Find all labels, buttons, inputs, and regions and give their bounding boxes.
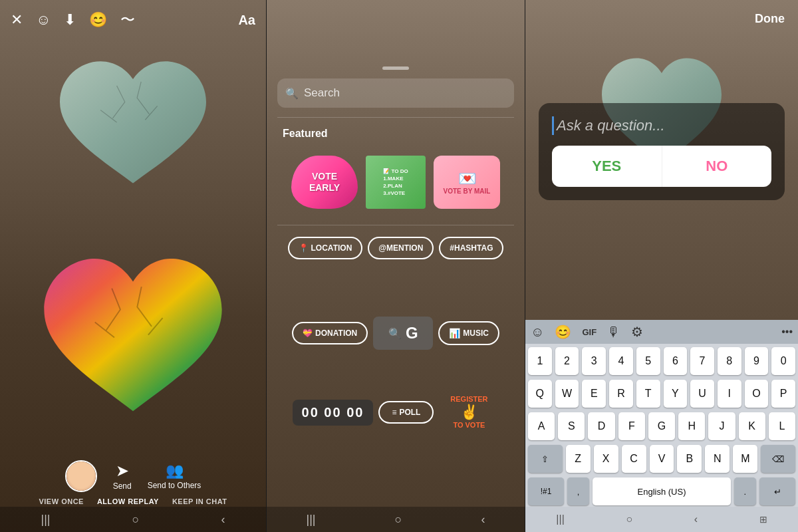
nav-recents-icon[interactable]: ‹: [221, 513, 225, 527]
key-2[interactable]: 2: [555, 347, 579, 375]
allow-replay-option[interactable]: ALLOW REPLAY: [97, 497, 159, 505]
key-a[interactable]: A: [528, 412, 555, 440]
text-tool-button[interactable]: Aa: [238, 13, 255, 28]
panel-stories: ✕ ☺ ⬇ 😊 〜 Aa ➤ Send 👥 Send to Others VIE…: [0, 0, 266, 532]
key-q[interactable]: Q: [528, 380, 552, 408]
keyboard-mic-icon[interactable]: 🎙: [607, 325, 620, 340]
key-6[interactable]: 6: [664, 347, 688, 375]
nav-2-recents-icon[interactable]: ‹: [481, 513, 485, 527]
key-x[interactable]: X: [594, 445, 618, 473]
keyboard-sticker-icon[interactable]: 😊: [555, 324, 571, 340]
hashtag-sticker[interactable]: #HASHTAG: [439, 237, 503, 259]
key-space[interactable]: English (US): [593, 477, 731, 505]
mention-sticker[interactable]: @MENTION: [368, 237, 434, 259]
key-e[interactable]: E: [582, 380, 606, 408]
question-input[interactable]: Ask a question...: [552, 116, 771, 135]
send-to-others-button[interactable]: 👥 Send to Others: [148, 462, 201, 490]
key-h[interactable]: H: [678, 412, 705, 440]
countdown-sticker[interactable]: 00 00 00: [293, 400, 374, 426]
send-label: Send: [113, 481, 132, 491]
search-bar[interactable]: 🔍 Search: [277, 78, 514, 108]
key-m[interactable]: M: [733, 445, 757, 473]
nav-home-icon[interactable]: ○: [132, 513, 140, 527]
key-s[interactable]: S: [558, 412, 585, 440]
yes-button[interactable]: YES: [552, 146, 662, 187]
panel-1-toolbar: ✕ ☺ ⬇ 😊 〜 Aa: [0, 0, 266, 40]
panel-2-nav-bar: ||| ○ ‹: [267, 507, 525, 532]
download-icon[interactable]: ⬇: [64, 11, 76, 29]
register-to-vote-sticker[interactable]: REGISTER ✌️ TO VOTE: [439, 386, 499, 439]
location-sticker[interactable]: 📍 LOCATION: [288, 237, 363, 259]
keyboard-emoji-icon[interactable]: ☺: [531, 325, 544, 340]
hashtag-label: #HASHTAG: [450, 243, 493, 253]
key-0[interactable]: 0: [771, 347, 795, 375]
key-numpad-switch[interactable]: !#1: [528, 477, 564, 505]
vote-early-sticker[interactable]: VOTE EARLY: [291, 156, 358, 209]
search-input[interactable]: Search: [304, 86, 340, 100]
emoji-sticker-icon[interactable]: ☺: [36, 11, 51, 29]
key-p[interactable]: P: [771, 380, 795, 408]
vote-by-mail-sticker[interactable]: 💌 VOTE BY MAIL: [434, 156, 500, 209]
key-comma[interactable]: ,: [567, 477, 589, 505]
key-g[interactable]: G: [648, 412, 675, 440]
draw-icon[interactable]: 〜: [120, 10, 135, 30]
key-9[interactable]: 9: [745, 347, 769, 375]
face-filter-icon[interactable]: 😊: [89, 11, 107, 29]
key-y[interactable]: Y: [664, 380, 688, 408]
keyboard-settings-icon[interactable]: ⚙: [631, 324, 643, 340]
key-return[interactable]: ↵: [759, 477, 795, 505]
todo-sticker[interactable]: 📝 TO DO 1.Make 2.plan 3.#Vote: [366, 156, 426, 209]
nav-2-home-icon[interactable]: ○: [395, 513, 402, 527]
key-c[interactable]: C: [622, 445, 646, 473]
key-3[interactable]: 3: [582, 347, 606, 375]
search-icon: 🔍: [285, 87, 299, 100]
key-5[interactable]: 5: [636, 347, 660, 375]
key-k[interactable]: K: [739, 412, 765, 440]
donation-sticker[interactable]: 💝 DONATION: [292, 322, 368, 344]
key-d[interactable]: D: [588, 412, 614, 440]
text-cursor: [552, 116, 554, 135]
gif-sticker[interactable]: 🔍 G: [373, 317, 433, 350]
key-8[interactable]: 8: [718, 347, 741, 375]
nav-3-recents-icon[interactable]: ‹: [694, 513, 698, 525]
key-1[interactable]: 1: [528, 347, 552, 375]
done-button[interactable]: Done: [755, 12, 785, 26]
key-z[interactable]: Z: [566, 445, 591, 473]
music-sticker[interactable]: 📊 MUSIC: [438, 321, 499, 345]
nav-3-back-icon[interactable]: |||: [556, 513, 564, 525]
key-o[interactable]: O: [745, 380, 769, 408]
close-icon[interactable]: ✕: [11, 11, 23, 29]
view-once-option[interactable]: VIEW ONCE: [39, 497, 83, 505]
nav-3-home-icon[interactable]: ○: [626, 513, 632, 525]
nav-3-grid-icon[interactable]: ⊞: [759, 514, 767, 525]
key-b[interactable]: B: [677, 445, 702, 473]
key-shift[interactable]: ⇧: [528, 445, 563, 473]
avatar[interactable]: [65, 460, 97, 492]
key-j[interactable]: J: [708, 412, 735, 440]
key-n[interactable]: N: [705, 445, 730, 473]
key-4[interactable]: 4: [609, 347, 633, 375]
key-v[interactable]: V: [650, 445, 674, 473]
location-label: LOCATION: [311, 243, 352, 253]
key-t[interactable]: T: [636, 380, 660, 408]
key-w[interactable]: W: [555, 380, 579, 408]
more-stickers-row: 00 00 00 ≡ POLL REGISTER ✌️ TO VOTE: [277, 386, 514, 439]
nav-2-back-icon[interactable]: |||: [307, 513, 316, 527]
yes-no-options: YES NO: [552, 146, 771, 187]
key-u[interactable]: U: [690, 380, 714, 408]
no-button[interactable]: NO: [662, 146, 772, 187]
keyboard-more-icon[interactable]: •••: [781, 326, 793, 338]
poll-label: POLL: [399, 408, 420, 417]
nav-back-icon[interactable]: |||: [41, 513, 51, 527]
send-button[interactable]: ➤ Send: [113, 462, 132, 491]
key-f[interactable]: F: [618, 412, 645, 440]
key-l[interactable]: L: [769, 412, 795, 440]
key-backspace[interactable]: ⌫: [761, 445, 795, 473]
key-i[interactable]: I: [718, 380, 741, 408]
keep-in-chat-option[interactable]: KEEP IN CHAT: [172, 497, 227, 505]
keyboard-gif-icon[interactable]: GIF: [582, 327, 597, 337]
key-r[interactable]: R: [609, 380, 633, 408]
poll-sticker[interactable]: ≡ POLL: [378, 401, 434, 424]
key-7[interactable]: 7: [690, 347, 714, 375]
key-period[interactable]: .: [734, 477, 756, 505]
